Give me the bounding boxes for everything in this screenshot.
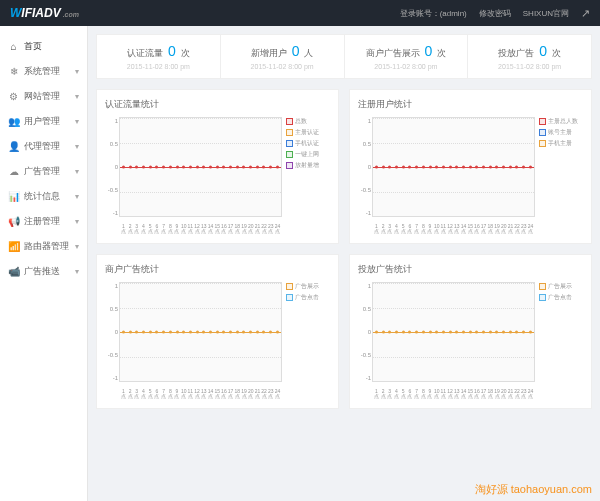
legend-item: 广告展示: [539, 282, 583, 291]
sidebar-item-1[interactable]: ❄系统管理▾: [0, 59, 87, 84]
legend-item: 主册总人数: [539, 117, 583, 126]
sidebar-item-5[interactable]: ☁广告管理▾: [0, 159, 87, 184]
chart-legend: 广告展示广告点击: [286, 282, 330, 400]
chart-plot: 10.50-0.5-1 1点2点3点4点5点6点7点8点9点10点11点12点1…: [372, 282, 535, 382]
stat-value: 0: [292, 43, 300, 59]
chevron-down-icon: ▾: [75, 167, 79, 176]
watermark-url: taohaoyuan.com: [508, 483, 592, 495]
sidebar-icon: 📊: [8, 191, 19, 202]
stat-title: 商户广告展示: [366, 48, 420, 58]
stat-value: 0: [539, 43, 547, 59]
chart-title: 商户广告统计: [105, 263, 330, 276]
stat-time: 2015-11-02 8:00 pm: [227, 63, 338, 70]
legend-item: 一键上网: [286, 150, 330, 159]
legend-swatch: [286, 140, 293, 147]
chart-dots: [120, 166, 281, 169]
logo[interactable]: WIFIADV.com: [10, 6, 79, 20]
chevron-down-icon: ▾: [75, 142, 79, 151]
chart-plot: 10.50-0.5-1 1点2点3点4点5点6点7点8点9点10点11点12点1…: [372, 117, 535, 217]
sidebar-icon: ☁: [8, 166, 19, 177]
stat-unit: 人: [304, 48, 313, 58]
chart-dots: [373, 166, 534, 169]
sidebar-item-2[interactable]: ⚙网站管理▾: [0, 84, 87, 109]
legend-swatch: [286, 294, 293, 301]
topbar: WIFIADV.com 登录账号：(admin) 修改密码 SHIXUN官网 ↗: [0, 0, 600, 26]
legend-label: 总数: [295, 117, 307, 126]
legend-item: 放射量增: [286, 161, 330, 170]
change-password-link[interactable]: 修改密码: [479, 8, 511, 19]
chart-title: 注册用户统计: [358, 98, 583, 111]
chart-legend: 广告展示广告点击: [539, 282, 583, 400]
sidebar-item-8[interactable]: 📶路由器管理▾: [0, 234, 87, 259]
legend-label: 广告展示: [295, 282, 319, 291]
legend-swatch: [539, 140, 546, 147]
stat-unit: 次: [181, 48, 190, 58]
main-content: 认证流量 0 次2015-11-02 8:00 pm新增用户 0 人2015-1…: [88, 26, 600, 501]
sidebar-icon: 👥: [8, 116, 19, 127]
y-axis: 10.50-0.5-1: [359, 118, 371, 216]
stat-unit: 次: [437, 48, 446, 58]
legend-item: 手机主册: [539, 139, 583, 148]
legend-label: 一键上网: [295, 150, 319, 159]
legend-label: 手机主册: [548, 139, 572, 148]
sidebar-icon: 📶: [8, 241, 19, 252]
legend-label: 手机认证: [295, 139, 319, 148]
stats-row: 认证流量 0 次2015-11-02 8:00 pm新增用户 0 人2015-1…: [96, 34, 592, 79]
chart-dots: [373, 331, 534, 334]
sidebar-icon: 📹: [8, 266, 19, 277]
watermark-cn: 淘好源: [475, 483, 508, 495]
legend-swatch: [539, 129, 546, 136]
share-icon[interactable]: ↗: [581, 7, 590, 20]
legend-swatch: [539, 118, 546, 125]
stat-title: 认证流量: [127, 48, 163, 58]
sidebar-icon: ⌂: [8, 41, 19, 52]
sidebar: ⌂首页❄系统管理▾⚙网站管理▾👥用户管理▾👤代理管理▾☁广告管理▾📊统计信息▾📢…: [0, 26, 88, 501]
chevron-down-icon: ▾: [75, 242, 79, 251]
legend-label: 广告展示: [548, 282, 572, 291]
stat-time: 2015-11-02 8:00 pm: [103, 63, 214, 70]
official-link[interactable]: SHIXUN官网: [523, 8, 569, 19]
legend-label: 账号主册: [548, 128, 572, 137]
chevron-down-icon: ▾: [75, 267, 79, 276]
chart-title: 认证流量统计: [105, 98, 330, 111]
chart-dots: [120, 331, 281, 334]
sidebar-label: 系统管理: [24, 65, 60, 78]
legend-item: 账号主册: [539, 128, 583, 137]
y-axis: 10.50-0.5-1: [359, 283, 371, 381]
legend-item: 广告点击: [286, 293, 330, 302]
stat-time: 2015-11-02 8:00 pm: [474, 63, 585, 70]
stat-time: 2015-11-02 8:00 pm: [351, 63, 462, 70]
sidebar-item-3[interactable]: 👥用户管理▾: [0, 109, 87, 134]
sidebar-icon: 👤: [8, 141, 19, 152]
legend-swatch: [286, 162, 293, 169]
chart-3: 投放广告统计 10.50-0.5-1 1点2点3点4点5点6点7点8点9点10点…: [349, 254, 592, 409]
sidebar-item-6[interactable]: 📊统计信息▾: [0, 184, 87, 209]
sidebar-item-7[interactable]: 📢注册管理▾: [0, 209, 87, 234]
sidebar-label: 网站管理: [24, 90, 60, 103]
chart-2: 商户广告统计 10.50-0.5-1 1点2点3点4点5点6点7点8点9点10点…: [96, 254, 339, 409]
legend-swatch: [286, 283, 293, 290]
legend-swatch: [539, 294, 546, 301]
sidebar-icon: ⚙: [8, 91, 19, 102]
sidebar-icon: ❄: [8, 66, 19, 77]
stat-card-3: 投放广告 0 次2015-11-02 8:00 pm: [468, 35, 591, 78]
sidebar-item-9[interactable]: 📹广告推送▾: [0, 259, 87, 284]
chevron-down-icon: ▾: [75, 117, 79, 126]
chart-title: 投放广告统计: [358, 263, 583, 276]
sidebar-label: 首页: [24, 40, 42, 53]
legend-item: 总数: [286, 117, 330, 126]
legend-swatch: [286, 151, 293, 158]
sidebar-label: 用户管理: [24, 115, 60, 128]
legend-swatch: [539, 283, 546, 290]
sidebar-item-4[interactable]: 👤代理管理▾: [0, 134, 87, 159]
sidebar-label: 统计信息: [24, 190, 60, 203]
legend-label: 放射量增: [295, 161, 319, 170]
login-account[interactable]: 登录账号：(admin): [400, 8, 467, 19]
x-axis: 1点2点3点4点5点6点7点8点9点10点11点12点13点14点15点16点1…: [120, 389, 281, 399]
legend-item: 手机认证: [286, 139, 330, 148]
stat-value: 0: [168, 43, 176, 59]
sidebar-item-0[interactable]: ⌂首页: [0, 34, 87, 59]
topbar-right: 登录账号：(admin) 修改密码 SHIXUN官网 ↗: [400, 7, 590, 20]
sidebar-label: 广告管理: [24, 165, 60, 178]
chevron-down-icon: ▾: [75, 92, 79, 101]
